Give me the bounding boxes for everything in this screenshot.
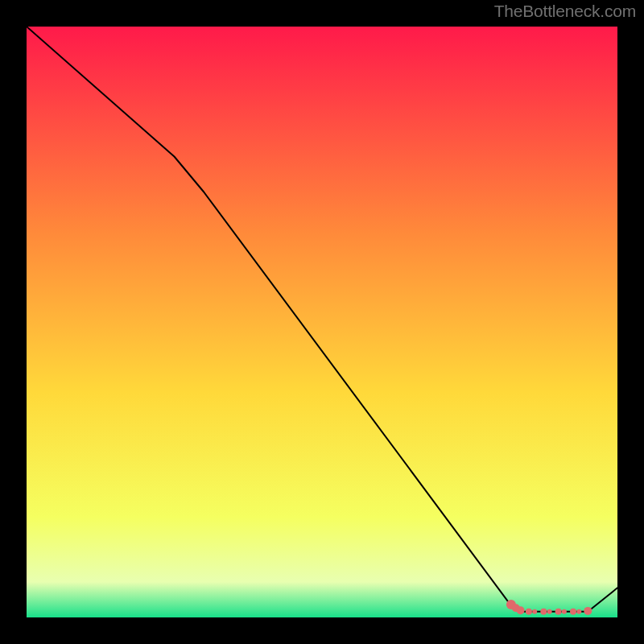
data-point-marker — [517, 606, 525, 614]
data-point-marker — [540, 609, 547, 615]
gradient-background — [27, 27, 617, 617]
plot-area — [27, 27, 617, 617]
data-point-marker — [547, 609, 552, 614]
data-point-marker — [584, 607, 592, 615]
chart-svg — [27, 27, 617, 617]
data-point-marker — [555, 609, 562, 615]
data-point-marker — [526, 609, 532, 615]
data-point-marker — [562, 609, 567, 614]
data-point-marker — [532, 609, 537, 614]
data-point-marker — [576, 609, 581, 614]
chart-frame: TheBottleneck.com — [0, 0, 644, 644]
watermark-text: TheBottleneck.com — [494, 2, 636, 21]
data-point-marker — [570, 609, 576, 615]
